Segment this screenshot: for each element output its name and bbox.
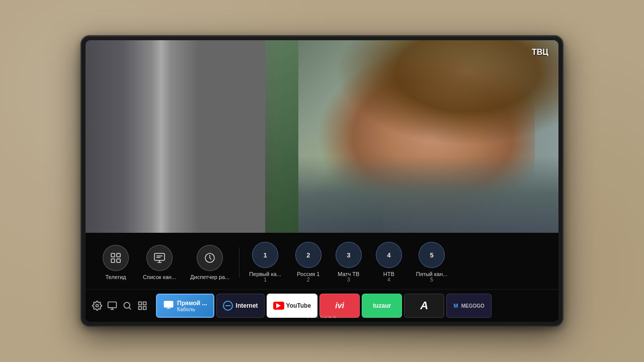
megogo-icon: M	[453, 303, 458, 309]
nav-dispatcher[interactable]: Диспетчер ра...	[183, 241, 236, 284]
svg-rect-7	[108, 302, 117, 308]
ch1-num: 1	[264, 277, 267, 283]
amediateka-tile[interactable]: A	[404, 294, 444, 318]
channel-logo-text: ТВЦ	[532, 48, 548, 56]
live-tv-main: Прямой ...	[177, 300, 207, 307]
ch4-name: НТВ	[383, 271, 394, 277]
svg-rect-4	[154, 253, 165, 260]
ch3-num: 3	[347, 277, 350, 283]
svg-rect-13	[164, 301, 173, 307]
ch3-circle: 3	[336, 242, 362, 268]
ch5-number: 5	[430, 251, 433, 259]
ch3-name: Матч ТВ	[338, 271, 359, 277]
ch4-number: 4	[387, 251, 390, 259]
internet-tile[interactable]: Internet	[216, 294, 265, 318]
teleguide-icon	[103, 245, 129, 271]
ch1-name: Первый ка...	[249, 271, 281, 277]
youtube-label: YouTube	[286, 302, 311, 309]
ivi-tile[interactable]: ivi	[319, 294, 360, 318]
nav-channel-list[interactable]: Список кан...	[136, 241, 183, 284]
channel-5[interactable]: 5 Пятый кан... 5	[409, 238, 454, 287]
live-tv-text: Прямой ... Кабель	[177, 300, 207, 312]
svg-rect-0	[111, 253, 115, 257]
channel-list-label: Список кан...	[143, 274, 176, 280]
live-tv-tile[interactable]: Прямой ... Кабель	[156, 294, 214, 318]
youtube-logo: YouTube	[273, 302, 311, 310]
channel-logo: ТВЦ	[532, 48, 548, 62]
source-icon[interactable]	[106, 299, 119, 312]
yt-play-button	[273, 302, 284, 310]
tv-screen: ТВЦ Телегид	[86, 40, 558, 322]
tuzaur-label: tuzaur	[373, 302, 391, 309]
live-tv-sub: Кабель	[177, 307, 195, 312]
dispatcher-label: Диспетчер ра...	[190, 274, 229, 280]
yt-play-triangle	[276, 303, 281, 308]
megogo-label: MEGOGO	[461, 303, 485, 309]
svg-point-6	[96, 305, 99, 307]
megogo-tile[interactable]: M MEGOGO	[446, 294, 492, 318]
ch3-number: 3	[347, 251, 350, 259]
channels-divider	[239, 247, 239, 278]
tuzaur-tile[interactable]: tuzaur	[362, 294, 402, 318]
search-icon[interactable]	[121, 299, 134, 312]
svg-rect-3	[117, 259, 120, 262]
svg-rect-12	[143, 307, 146, 310]
ch5-name: Пятый кан...	[416, 271, 447, 277]
ch5-num: 5	[430, 277, 433, 283]
teleguide-label: Телегид	[106, 274, 126, 280]
ivi-label: ivi	[335, 301, 344, 310]
channels-row: Телегид Список кан...	[86, 233, 558, 290]
svg-rect-11	[139, 307, 142, 310]
youtube-tile[interactable]: YouTube	[267, 294, 318, 318]
tv-frame: ТВЦ Телегид	[80, 35, 564, 327]
ch4-circle: 4	[376, 242, 402, 268]
ch2-number: 2	[306, 251, 310, 259]
ch1-number: 1	[263, 251, 267, 259]
svg-rect-9	[139, 302, 142, 305]
ch4-num: 4	[387, 277, 390, 283]
svg-point-8	[124, 302, 130, 308]
internet-globe-icon	[223, 301, 233, 311]
ch1-circle: 1	[252, 242, 278, 268]
ch5-circle: 5	[419, 242, 445, 268]
svg-rect-10	[143, 302, 146, 305]
smart-bar: Телегид Список кан...	[86, 233, 558, 322]
apps-grid-icon[interactable]	[136, 299, 149, 312]
channel-1[interactable]: 1 Первый ка... 1	[242, 238, 288, 287]
ch2-num: 2	[307, 277, 310, 283]
dispatcher-icon	[197, 245, 223, 271]
channel-3[interactable]: 3 Матч ТВ 3	[329, 238, 369, 287]
channel-list-icon	[146, 245, 173, 271]
amediateka-icon-letter: A	[420, 299, 428, 312]
internet-label: Internet	[236, 302, 258, 309]
settings-icon[interactable]	[91, 299, 104, 312]
ch2-name: Россия 1	[297, 271, 319, 277]
ch2-circle: 2	[295, 242, 321, 268]
samsung-logo: SAMSUNG	[306, 315, 338, 319]
channel-2[interactable]: 2 Россия 1 2	[288, 238, 329, 287]
channel-4[interactable]: 4 НТВ 4	[369, 238, 409, 287]
svg-rect-1	[117, 253, 120, 257]
svg-rect-2	[111, 259, 115, 262]
nav-teleguide[interactable]: Телегид	[96, 241, 136, 284]
live-tv-icon	[163, 299, 174, 313]
video-area: ТВЦ	[86, 40, 558, 233]
